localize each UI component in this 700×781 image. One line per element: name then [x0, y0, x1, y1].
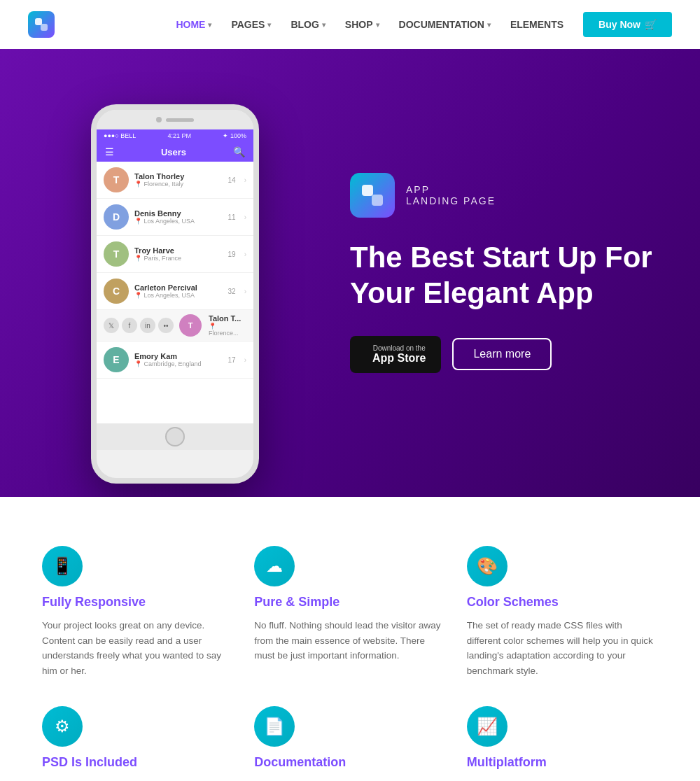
document-icon: 📄: [264, 717, 285, 736]
search-icon: 🔍: [233, 146, 245, 157]
feature-item-colors: 🎨 Color Schemes The set of ready made CS…: [467, 546, 658, 678]
cloud-icon: ☁: [266, 556, 283, 576]
phone-title-bar: ☰ Users 🔍: [97, 142, 253, 162]
phone-bottom-bar: [97, 423, 253, 450]
twitter-icon: 𝕏: [104, 318, 119, 333]
feature-desc: The graphic source file in PSD format is…: [42, 778, 233, 781]
appstore-small-text: Download on the: [372, 344, 426, 352]
logo[interactable]: [28, 11, 55, 38]
user-count: 32: [228, 288, 236, 295]
chevron-down-icon: ▾: [376, 21, 379, 29]
user-name: Carleton Percival: [134, 283, 223, 292]
avatar: T: [104, 167, 129, 192]
feature-title: Multiplatform: [467, 755, 658, 770]
hero-content: APP LANDING PAGE The Best Start Up For Y…: [308, 173, 658, 415]
phone-carrier: ●●●○ BELL: [104, 132, 136, 139]
chevron-right-icon: ›: [244, 176, 246, 184]
feature-desc: The set of ready made CSS files with dif…: [467, 618, 658, 678]
hero-phone-mockup: ●●●○ BELL 4:21 PM ✦ 100% ☰ Users 🔍 T Tal…: [42, 104, 308, 484]
brand-app-label: APP: [406, 184, 496, 195]
phone-list-item: T Talon Thorley 📍 Florence, Italy 14 ›: [97, 162, 253, 199]
nav-item-home[interactable]: HOME ▾: [176, 19, 211, 30]
chart-icon: 📈: [477, 717, 498, 736]
phone-list-item: C Carleton Percival 📍 Los Angeles, USA 3…: [97, 273, 253, 310]
learn-more-button[interactable]: Learn more: [452, 338, 552, 370]
appstore-big-text: App Store: [372, 352, 426, 365]
user-name: Talon T...: [209, 314, 246, 323]
feature-icon-wrap: 📱: [42, 546, 83, 586]
hero-brand-text: APP LANDING PAGE: [406, 184, 496, 206]
feature-item-psd: ⚙ PSD Is Included The graphic source fil…: [42, 706, 233, 781]
nav-item-shop[interactable]: SHOP ▾: [345, 19, 379, 30]
feature-title: Documentation: [254, 755, 445, 770]
avatar: E: [104, 347, 129, 372]
feature-item-responsive: 📱 Fully Responsive Your project looks gr…: [42, 546, 233, 678]
feature-icon-wrap: ☁: [254, 546, 295, 586]
phone-time: 4:21 PM: [168, 132, 192, 139]
nav-item-elements[interactable]: ELEMENTS: [510, 19, 564, 30]
avatar: D: [104, 204, 129, 230]
user-name: Troy Harve: [134, 246, 223, 255]
nav-item-pages[interactable]: PAGES ▾: [231, 19, 271, 30]
user-count: 14: [228, 176, 236, 184]
chevron-right-icon: ›: [244, 356, 246, 364]
feature-item-documentation: 📄 Documentation The detailed documentati…: [254, 706, 445, 781]
user-name: Talon Thorley: [134, 172, 223, 181]
chevron-down-icon: ▾: [208, 21, 211, 29]
palette-icon: 🎨: [477, 556, 498, 576]
chevron-down-icon: ▾: [267, 21, 271, 29]
buy-now-button[interactable]: Buy Now 🛒: [583, 12, 672, 37]
feature-desc: The page is adapted to the most of the p…: [467, 778, 658, 781]
user-count: 19: [228, 251, 236, 258]
phone-list-item: E Emory Kam 📍 Cambridge, England 17 ›: [97, 342, 253, 379]
chevron-right-icon: ›: [244, 251, 246, 258]
nav-menu: HOME ▾ PAGES ▾ BLOG ▾ SHOP ▾ DOCUMENTATI…: [176, 12, 672, 37]
feature-icon-wrap: 📄: [254, 706, 295, 747]
user-location: 📍 Los Angeles, USA: [134, 218, 223, 225]
social-icon: ••: [158, 318, 174, 333]
user-name: Emory Kam: [134, 352, 223, 360]
phone-screen-title: Users: [161, 147, 186, 157]
phone-screen: ●●●○ BELL 4:21 PM ✦ 100% ☰ Users 🔍 T Tal…: [97, 129, 253, 423]
avatar: C: [104, 279, 129, 304]
phone-camera: [156, 117, 162, 122]
phone-list-item: D Denis Benny 📍 Los Angeles, USA 11 ›: [97, 199, 253, 236]
svg-rect-0: [35, 18, 42, 25]
brand-landing-label: LANDING PAGE: [406, 195, 496, 206]
app-store-button[interactable]: Download on the App Store: [350, 336, 441, 373]
feature-desc: No fluff. Nothing should lead the visito…: [254, 618, 445, 663]
settings-icon: ⚙: [55, 717, 70, 736]
user-count: 17: [228, 356, 236, 364]
feature-title: Color Schemes: [467, 595, 658, 610]
feature-desc: Your project looks great on any device. …: [42, 618, 233, 678]
chevron-down-icon: ▾: [487, 21, 491, 29]
hero-section: ●●●○ BELL 4:21 PM ✦ 100% ☰ Users 🔍 T Tal…: [0, 49, 700, 497]
user-location: 📍 Cambridge, England: [134, 360, 223, 367]
phone-device: ●●●○ BELL 4:21 PM ✦ 100% ☰ Users 🔍 T Tal…: [91, 104, 259, 484]
feature-title: Pure & Simple: [254, 595, 445, 610]
user-location: 📍 Los Angeles, USA: [134, 292, 223, 299]
facebook-icon: f: [122, 318, 137, 333]
feature-title: PSD Is Included: [42, 755, 233, 770]
hero-title: The Best Start Up For Your Elegant App: [350, 240, 658, 311]
svg-rect-2: [362, 185, 373, 196]
user-count: 11: [228, 213, 236, 221]
feature-item-simple: ☁ Pure & Simple No fluff. Nothing should…: [254, 546, 445, 678]
linkedin-icon: in: [140, 318, 155, 333]
user-location: 📍 Paris, France: [134, 255, 223, 262]
hamburger-icon: ☰: [105, 146, 114, 157]
svg-rect-3: [372, 195, 383, 206]
phone-speaker: [166, 118, 194, 122]
nav-item-blog[interactable]: BLOG ▾: [290, 19, 325, 30]
navbar: HOME ▾ PAGES ▾ BLOG ▾ SHOP ▾ DOCUMENTATI…: [0, 0, 700, 49]
cart-icon: 🛒: [645, 19, 657, 30]
nav-item-documentation[interactable]: DOCUMENTATION ▾: [399, 19, 491, 30]
feature-icon-wrap: 🎨: [467, 546, 507, 586]
feature-desc: The detailed documentation will help you…: [254, 778, 445, 781]
avatar: T: [179, 314, 202, 337]
hero-brand: APP LANDING PAGE: [350, 173, 658, 218]
feature-icon-wrap: 📈: [467, 706, 507, 747]
chevron-right-icon: ›: [244, 213, 246, 221]
feature-title: Fully Responsive: [42, 595, 233, 610]
phone-home-button: [165, 427, 185, 446]
